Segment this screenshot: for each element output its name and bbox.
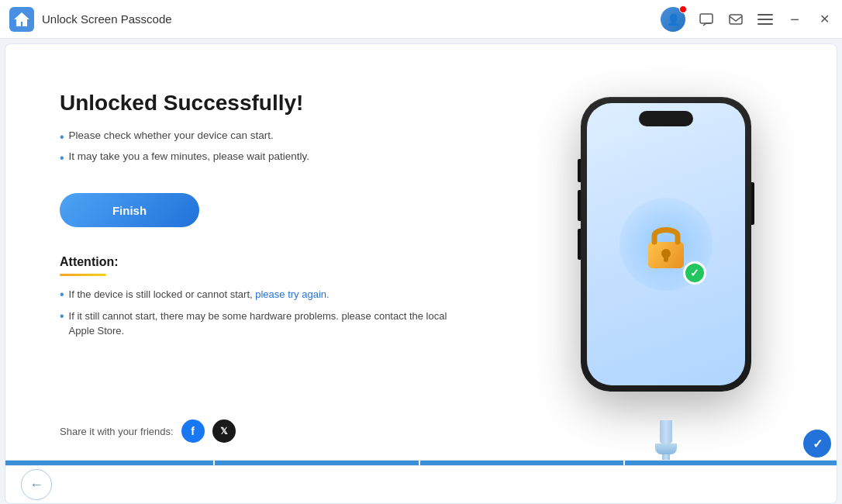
close-button[interactable]: ✕ — [816, 11, 833, 28]
attention-title: Attention: — [60, 255, 449, 269]
share-section: Share it with your friends: f 𝕏 — [60, 419, 236, 443]
completion-check-circle: ✓ — [803, 430, 831, 457]
mail-icon[interactable] — [727, 11, 744, 28]
attention-section: Attention: If the device is still locked… — [60, 255, 449, 345]
progress-steps-bar — [5, 461, 837, 465]
attention-list: If the device is still locked or cannot … — [60, 287, 449, 339]
step-4 — [625, 461, 837, 465]
finish-button[interactable]: Finish — [60, 193, 199, 227]
svg-rect-1 — [700, 14, 713, 23]
cable-head — [655, 444, 677, 454]
back-button[interactable]: ← — [21, 469, 52, 500]
left-panel: Unlocked Successfully! Please check whet… — [5, 44, 495, 460]
notification-badge — [679, 5, 687, 13]
phone-body: ✓ — [581, 97, 751, 392]
titlebar: Unlock Screen Passcode 👤 − ✕ — [0, 0, 842, 39]
check-badge: ✓ — [683, 261, 706, 285]
step-3 — [420, 461, 624, 465]
attention-item-1: If the device is still locked or cannot … — [60, 287, 449, 302]
phone-button-silent — [578, 159, 581, 182]
svg-rect-3 — [757, 14, 773, 16]
share-label: Share it with your friends: — [60, 426, 174, 437]
minimize-button[interactable]: − — [786, 11, 803, 28]
right-panel: ✓ — [495, 44, 837, 460]
phone-screen: ✓ — [587, 103, 745, 385]
phone-illustration: ✓ — [581, 97, 751, 423]
svg-rect-9 — [664, 256, 668, 262]
app-title: Unlock Screen Passcode — [42, 12, 661, 26]
attention-item-2: If it still cannot start, there may be s… — [60, 309, 449, 339]
main-content: Unlocked Successfully! Please check whet… — [5, 43, 837, 461]
phone-button-power — [751, 182, 754, 225]
bottom-navigation: ← — [5, 465, 837, 504]
step-2 — [215, 461, 419, 465]
cable-stem — [660, 420, 672, 444]
usb-cable — [655, 420, 677, 461]
facebook-button[interactable]: f — [181, 419, 205, 443]
window-controls: 👤 − ✕ — [661, 7, 833, 32]
home-icon[interactable] — [9, 7, 34, 32]
padlock-icon — [639, 217, 693, 271]
info-bullets: Please check whether your device can sta… — [60, 129, 449, 171]
twitter-x-button[interactable]: 𝕏 — [212, 419, 236, 443]
phone-button-vol-up — [578, 190, 581, 221]
lock-success-icon: ✓ — [619, 198, 713, 291]
svg-rect-5 — [757, 23, 773, 25]
step-1 — [5, 461, 213, 465]
attention-underline — [60, 274, 106, 276]
bullet-item-1: Please check whether your device can sta… — [60, 129, 449, 144]
menu-icon[interactable] — [757, 11, 774, 28]
bullet-item-2: It may take you a few minutes, please wa… — [60, 150, 449, 165]
svg-rect-4 — [757, 19, 773, 20]
svg-rect-2 — [730, 15, 742, 24]
phone-button-vol-down — [578, 229, 581, 260]
success-title: Unlocked Successfully! — [60, 91, 449, 116]
phone-notch — [639, 111, 693, 126]
user-avatar[interactable]: 👤 — [661, 7, 685, 32]
cable-wire — [662, 454, 670, 461]
chat-icon[interactable] — [698, 11, 715, 28]
